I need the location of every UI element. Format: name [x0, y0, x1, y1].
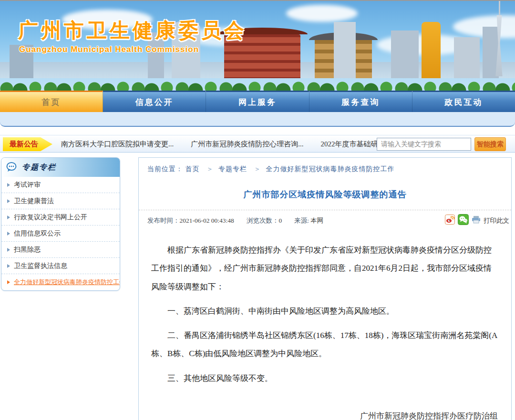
source-label: 来源: [294, 217, 310, 224]
ticker-link[interactable]: 广州市新冠肺炎疫情防控心理咨询... [191, 140, 303, 149]
wechat-share-icon[interactable] [458, 214, 469, 227]
nav-tab[interactable]: 网上服务 [206, 91, 309, 112]
sidebar-item-label: 扫黑除恶 [14, 246, 41, 254]
sidebar-item-label: 行政复议决定书网上公开 [14, 213, 87, 222]
article-paragraph: 二、番禺区洛浦街锦绣半岛社区锦绣东区(16栋、17栋、18栋)，海珠区瑞宝街南洲… [151, 327, 499, 363]
main-nav: 首页 信息公开 网上服务 服务查询 政民互动 [0, 91, 515, 112]
article-panel: 当前位置： ＞首页 ＞专题专栏 ＞全力做好新型冠状病毒肺炎疫情防控工作 广州市部… [138, 157, 512, 420]
trees-decoration [0, 76, 515, 91]
sidebar-item[interactable]: 信用信息双公示 [1, 225, 120, 242]
breadcrumb-item-label: 首页 [185, 165, 200, 173]
printer-icon[interactable] [472, 215, 481, 225]
breadcrumb-separator: ＞ [254, 165, 261, 173]
share-toolbar: 打印此文 [445, 214, 509, 227]
arrow-right-icon [7, 264, 10, 268]
publish-time-value: 2021-06-02 00:43:48 [180, 217, 234, 224]
nav-tab-label: 政民互动 [444, 97, 483, 108]
sidebar-title: 专题专栏 [22, 163, 56, 173]
breadcrumb-items: ＞首页 ＞专题专栏 ＞全力做好新型冠状病毒肺炎疫情防控工作 [185, 165, 395, 173]
source-value: 本网 [310, 217, 323, 224]
sidebar-item[interactable]: 考试评审 [1, 177, 120, 193]
article-meta: 发布时间：2021-06-02 00:43:48浏览次数：0来源: 本网 [139, 210, 511, 230]
publish-time-label: 发布时间： [147, 217, 180, 224]
breadcrumb-label: 当前位置： [147, 165, 183, 173]
breadcrumb-item[interactable]: ＞全力做好新型冠状病毒肺炎疫情防控工作 [249, 165, 395, 173]
sidebar-item[interactable]: 卫生健康普法 [1, 193, 120, 209]
sidebar-menu: 考试评审 卫生健康普法 行政复议决定书网上公开 信用信息双公示 [1, 177, 120, 290]
canton-tower-icon [499, 0, 500, 16]
sidebar-item[interactable]: 行政复议决定书网上公开 [1, 209, 120, 225]
article-paragraph: 根据广东省新冠肺炎防控指挥办《关于印发广东省应对新型冠状病毒肺炎疫情分区分级防控… [151, 241, 499, 296]
skyline-building [334, 22, 356, 78]
sidebar-item[interactable]: 卫生监督执法信息 [1, 258, 120, 274]
site-banner: 广州市卫生健康委员会 Guangzhou Municipal Health Co… [0, 0, 515, 91]
ticker-link[interactable]: 南方医科大学口腔医院拟申请变更... [61, 140, 174, 149]
views-value: 0 [278, 217, 282, 224]
article-paragraph: 三、其他地区风险等级不变。 [151, 369, 499, 388]
breadcrumb-item[interactable]: ＞专题专栏 [202, 165, 247, 173]
article-title: 广州市部分区域疫情风险等级调整的通告 [139, 189, 511, 200]
print-article-button[interactable]: 打印此文 [484, 216, 509, 225]
sidebar-item-label: 考试评审 [14, 181, 41, 189]
sidebar-item[interactable]: 全力做好新型冠状病毒肺炎疫情防控工作 [1, 274, 120, 290]
breadcrumb: 当前位置： ＞首页 ＞专题专栏 ＞全力做好新型冠状病毒肺炎疫情防控工作 [139, 158, 511, 179]
nav-tab-label: 信息公开 [135, 97, 174, 108]
nav-tab-label: 服务查询 [341, 97, 380, 108]
arrow-right-icon [7, 199, 10, 203]
arrow-right-icon [7, 232, 10, 236]
sidebar-special-topics: 专题专栏 考试评审 卫生健康普法 行政复议决定书网上公开 [1, 157, 120, 291]
arrow-right-icon [7, 215, 10, 219]
sidebar-item-label: 卫生监督执法信息 [14, 262, 67, 270]
article-body: 根据广东省新冠肺炎防控指挥办《关于印发广东省应对新型冠状病毒肺炎疫情分区分级防控… [139, 230, 511, 388]
article-paragraph: 一、荔湾区白鹤洞街、中南街由中风险地区调整为高风险地区。 [151, 302, 499, 320]
breadcrumb-item-label: 全力做好新型冠状病毒肺炎疫情防控工作 [266, 165, 395, 173]
nav-tab-label: 首页 [42, 97, 61, 108]
arrow-right-icon [7, 248, 10, 252]
skyline-building [422, 22, 441, 78]
skyline-building [391, 31, 419, 78]
sidebar-header: 专题专栏 [1, 158, 120, 177]
speech-bubble-icon [6, 162, 18, 173]
weibo-share-icon[interactable] [445, 215, 455, 226]
nav-tab-label: 网上服务 [238, 97, 277, 108]
views-label: 浏览次数： [247, 217, 279, 224]
sidebar-item[interactable]: 扫黑除恶 [1, 242, 120, 258]
nav-tab[interactable]: 服务查询 [309, 91, 412, 112]
site-title: 广州市卫生健康委员会 [18, 17, 247, 44]
ticker-links: 南方医科大学口腔医院拟申请变更... 广州市新冠肺炎疫情防控心理咨询... 20… [61, 135, 419, 153]
sidebar-item-label: 全力做好新型冠状病毒肺炎疫情防控工作 [14, 278, 120, 287]
site-subtitle: Guangzhou Municipal Health Commission [19, 45, 199, 54]
nav-tab[interactable]: 政民互动 [412, 91, 515, 112]
nav-substrip [0, 112, 515, 127]
breadcrumb-item[interactable]: ＞首页 [185, 165, 200, 173]
smart-search-button[interactable]: 智能搜索 [474, 137, 506, 151]
latest-announcement-badge: 最新公告 [3, 137, 52, 151]
page: 广州市卫生健康委员会 Guangzhou Municipal Health Co… [0, 0, 515, 420]
article-signature: 广州市新冠肺炎防控指挥办医疗防治组 [139, 410, 511, 420]
skyline-building [454, 37, 480, 78]
breadcrumb-separator: ＞ [206, 165, 214, 173]
nav-tab[interactable]: 首页 [0, 91, 103, 112]
arrow-right-icon [7, 280, 10, 284]
sidebar-item-label: 卫生健康普法 [14, 197, 54, 205]
announcement-ticker: 最新公告 南方医科大学口腔医院拟申请变更... 广州市新冠肺炎疫情防控心理咨询.… [0, 135, 515, 153]
breadcrumb-item-label: 专题专栏 [218, 165, 247, 173]
sidebar-item-label: 信用信息双公示 [14, 229, 61, 238]
arrow-right-icon [7, 183, 10, 187]
nav-tab[interactable]: 信息公开 [103, 91, 206, 112]
search-input[interactable] [377, 138, 471, 151]
